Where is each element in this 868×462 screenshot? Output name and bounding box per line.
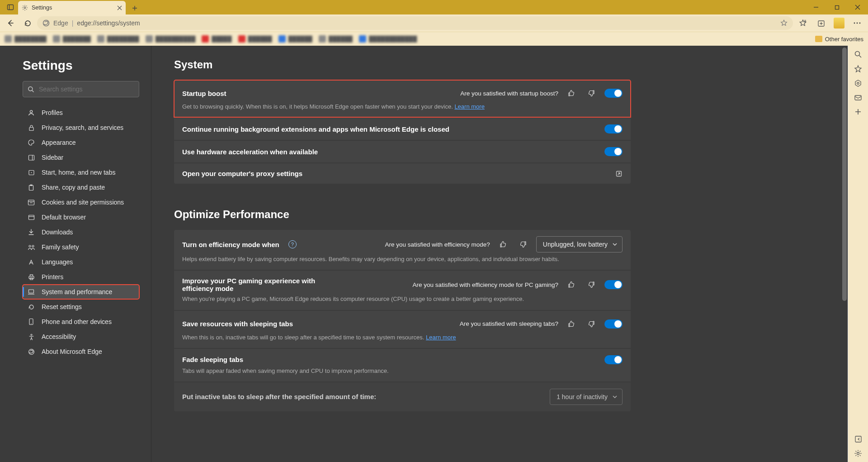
svg-point-37: [31, 334, 32, 335]
help-icon[interactable]: ?: [288, 240, 297, 248]
collapse-sidebar-icon[interactable]: [854, 435, 862, 443]
nav-reset[interactable]: Reset settings: [23, 300, 139, 314]
bookmark-item[interactable]: ██████████: [146, 35, 196, 43]
tab-strip: Settings: [0, 0, 141, 14]
menu-button[interactable]: [849, 15, 865, 31]
new-tab-button[interactable]: [128, 2, 141, 14]
settings-sidebar: Settings Profiles Privacy, search, and s…: [0, 46, 151, 462]
bookmark-item[interactable]: ██████: [319, 35, 353, 43]
scrollbar[interactable]: [841, 46, 848, 462]
close-window-button[interactable]: [847, 0, 868, 14]
chevron-down-icon: [612, 394, 618, 400]
proxy-settings-row[interactable]: Open your computer's proxy settings: [174, 163, 631, 184]
favorites-button[interactable]: [795, 15, 811, 31]
search-input[interactable]: [39, 86, 134, 93]
refresh-button[interactable]: [20, 15, 35, 31]
search-icon[interactable]: [854, 50, 862, 58]
svg-point-10: [854, 23, 855, 24]
svg-point-29: [32, 245, 34, 247]
nav-cookies[interactable]: Cookies and site permissions: [23, 195, 139, 210]
startup-learn-more-link[interactable]: Learn more: [454, 103, 484, 110]
nav-system-performance[interactable]: System and performance: [23, 285, 139, 299]
tools-icon[interactable]: [854, 79, 862, 87]
maximize-button[interactable]: [826, 0, 847, 14]
nav-about[interactable]: About Microsoft Edge: [23, 344, 139, 359]
bookmark-item[interactable]: ████████: [97, 35, 139, 43]
settings-gear-icon[interactable]: [854, 449, 862, 457]
inactive-sleep-row: Put inactive tabs to sleep after the spe…: [174, 382, 631, 411]
bookmark-item[interactable]: ████████: [5, 35, 47, 43]
nav-printers[interactable]: Printers: [23, 270, 139, 284]
optimize-heading: Optimize Performance: [174, 208, 631, 221]
thumbs-down-icon[interactable]: [585, 86, 598, 100]
tab-actions-button[interactable]: [3, 0, 18, 14]
nav-share[interactable]: Share, copy and paste: [23, 180, 139, 195]
folder-icon: [815, 36, 822, 42]
startup-boost-toggle[interactable]: [604, 89, 623, 98]
svg-point-40: [855, 52, 860, 56]
startup-boost-row: Startup boost Are you satisfied with sta…: [174, 80, 631, 117]
nav-accessibility[interactable]: Accessibility: [23, 329, 139, 344]
browser-tab[interactable]: Settings: [18, 1, 126, 14]
fade-sleeping-toggle[interactable]: [604, 355, 623, 364]
svg-point-13: [28, 86, 33, 90]
svg-rect-30: [29, 276, 34, 278]
appearance-icon: [27, 139, 35, 146]
bookmark-item[interactable]: ███████: [53, 35, 91, 43]
address-bar[interactable]: Edge | edge://settings/system: [37, 16, 793, 30]
inactive-sleep-dropdown[interactable]: 1 hour of inactivity: [550, 389, 623, 405]
nav-appearance[interactable]: Appearance: [23, 135, 139, 150]
svg-point-11: [857, 23, 858, 24]
thumbs-up-icon[interactable]: [565, 278, 578, 291]
discover-icon[interactable]: [854, 65, 862, 73]
gaming-efficiency-toggle[interactable]: [604, 280, 623, 289]
profile-button[interactable]: [831, 15, 847, 31]
svg-rect-21: [29, 185, 33, 190]
search-icon: [28, 86, 34, 93]
sleeping-tabs-row: Save resources with sleeping tabs Are yo…: [174, 311, 631, 348]
thumbs-down-icon[interactable]: [585, 317, 598, 331]
outlook-icon[interactable]: [854, 94, 862, 102]
collections-button[interactable]: [813, 15, 829, 31]
power-icon: [27, 169, 35, 176]
favorite-star-icon[interactable]: [780, 19, 788, 27]
back-button[interactable]: [3, 15, 18, 31]
nav-start[interactable]: Start, home, and new tabs: [23, 165, 139, 180]
search-settings[interactable]: [23, 81, 139, 97]
bookmark-item[interactable]: ██████: [238, 35, 272, 43]
svg-line-41: [859, 56, 862, 58]
hardware-accel-toggle[interactable]: [604, 147, 623, 156]
svg-rect-31: [30, 275, 33, 276]
nav-family[interactable]: Family safety: [23, 240, 139, 254]
close-icon[interactable]: [117, 5, 122, 10]
bookmarks-bar: ████████ ███████ ████████ ██████████ ███…: [0, 32, 868, 46]
other-favorites-button[interactable]: Other favorites: [815, 36, 863, 43]
sleeping-tabs-toggle[interactable]: [604, 319, 623, 329]
reset-icon: [27, 304, 35, 310]
nav-default-browser[interactable]: Default browser: [23, 210, 139, 224]
bookmark-item[interactable]: ████████████: [359, 35, 417, 43]
efficiency-mode-dropdown[interactable]: Unplugged, low battery: [536, 236, 623, 252]
thumbs-up-icon[interactable]: [565, 86, 578, 100]
thumbs-down-icon[interactable]: [516, 238, 530, 251]
minimize-button[interactable]: [806, 0, 826, 14]
thumbs-down-icon[interactable]: [585, 278, 598, 291]
bookmark-item[interactable]: █████: [202, 35, 231, 43]
nav-phone[interactable]: Phone and other devices: [23, 314, 139, 329]
svg-point-20: [31, 172, 32, 173]
svg-rect-26: [28, 215, 34, 219]
address-app-label: Edge: [53, 19, 68, 27]
background-extensions-toggle[interactable]: [604, 124, 623, 133]
bookmark-item[interactable]: ██████: [278, 35, 312, 43]
phone-icon: [27, 318, 35, 325]
nav-sidebar[interactable]: Sidebar: [23, 150, 139, 165]
sleeping-learn-more-link[interactable]: Learn more: [426, 334, 456, 341]
nav-downloads[interactable]: Downloads: [23, 225, 139, 239]
plus-icon[interactable]: [854, 108, 862, 115]
svg-rect-4: [835, 5, 839, 9]
nav-privacy[interactable]: Privacy, search, and services: [23, 120, 139, 135]
nav-profiles[interactable]: Profiles: [23, 105, 139, 120]
nav-languages[interactable]: Languages: [23, 255, 139, 269]
thumbs-up-icon[interactable]: [565, 317, 578, 331]
thumbs-up-icon[interactable]: [496, 238, 510, 251]
